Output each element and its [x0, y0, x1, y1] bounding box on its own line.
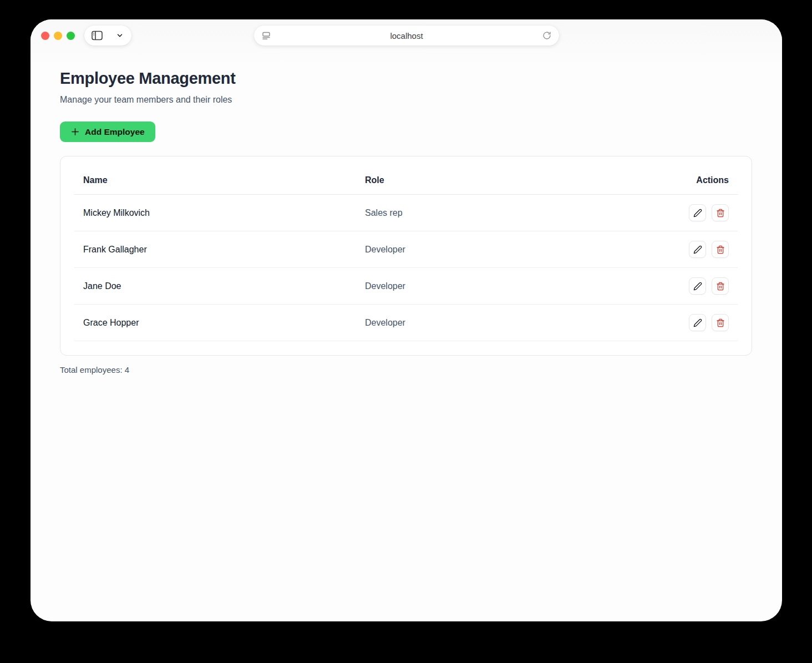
trash-icon: [716, 209, 725, 217]
employee-role: Developer: [356, 305, 632, 341]
delete-button[interactable]: [712, 204, 729, 221]
employee-name: Mickey Milkovich: [74, 195, 356, 231]
employee-role: Sales rep: [356, 195, 632, 231]
column-header-role: Role: [356, 169, 632, 195]
edit-button[interactable]: [689, 241, 706, 258]
column-header-actions: Actions: [632, 169, 738, 195]
employee-table: Name Role Actions Mickey Milkovich Sales…: [74, 169, 738, 341]
pencil-icon: [693, 318, 702, 327]
trash-icon: [716, 318, 725, 327]
table-row: Mickey Milkovich Sales rep: [74, 195, 738, 231]
edit-button[interactable]: [689, 277, 706, 295]
employee-role: Developer: [356, 268, 632, 305]
page-content: Employee Management Manage your team mem…: [31, 19, 782, 621]
page-title: Employee Management: [60, 69, 753, 88]
employee-name: Frank Gallagher: [74, 231, 356, 268]
table-row: Frank Gallagher Developer: [74, 231, 738, 268]
edit-button[interactable]: [689, 314, 706, 331]
pencil-icon: [693, 245, 702, 254]
table-header-row: Name Role Actions: [74, 169, 738, 195]
table-row: Jane Doe Developer: [74, 268, 738, 305]
column-header-name: Name: [74, 169, 356, 195]
plus-icon: [70, 127, 80, 136]
trash-icon: [716, 245, 725, 254]
delete-button[interactable]: [712, 241, 729, 258]
employee-name: Jane Doe: [74, 268, 356, 305]
pencil-icon: [693, 209, 702, 217]
edit-button[interactable]: [689, 204, 706, 221]
delete-button[interactable]: [712, 277, 729, 295]
browser-window: localhost Employee Management Manage you…: [31, 19, 782, 621]
employee-table-card: Name Role Actions Mickey Milkovich Sales…: [60, 156, 752, 356]
employee-role: Developer: [356, 231, 632, 268]
trash-icon: [716, 282, 725, 291]
employee-name: Grace Hopper: [74, 305, 356, 341]
add-employee-button[interactable]: Add Employee: [60, 122, 155, 142]
page-subtitle: Manage your team members and their roles: [60, 95, 753, 105]
delete-button[interactable]: [712, 314, 729, 331]
pencil-icon: [693, 282, 702, 291]
add-employee-button-label: Add Employee: [85, 127, 145, 137]
total-employees-text: Total employees: 4: [60, 365, 753, 374]
table-row: Grace Hopper Developer: [74, 305, 738, 341]
